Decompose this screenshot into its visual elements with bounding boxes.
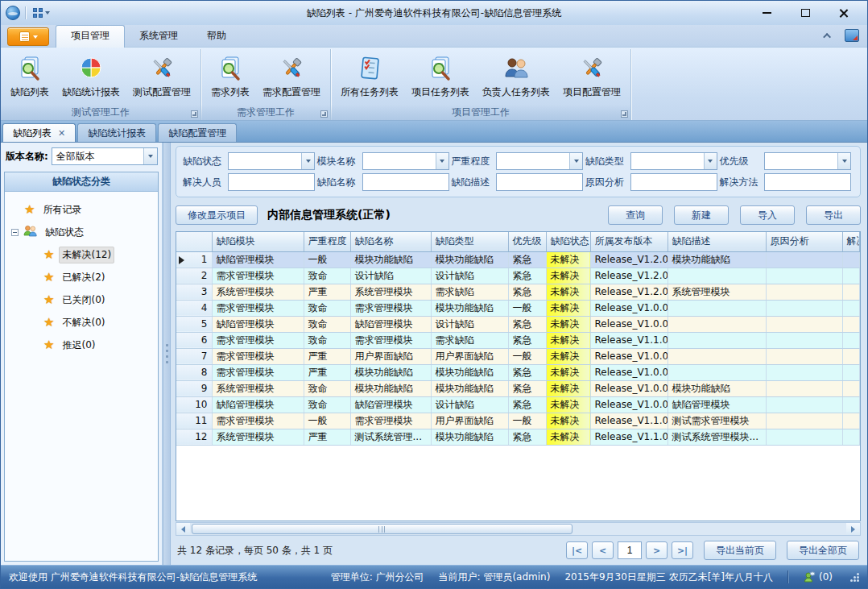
table-row[interactable]: 11需求管理模块一般需求管理模块用户界面缺陷一般未解决Release_V1.1.… <box>176 413 860 429</box>
cell-module[interactable]: 系统管理模块 <box>212 380 304 396</box>
dialog-launcher-icon[interactable] <box>191 110 198 118</box>
horizontal-scrollbar[interactable] <box>176 522 861 536</box>
cell-type[interactable]: 模块功能缺陷 <box>431 300 508 316</box>
cell-status[interactable]: 未解决 <box>546 332 590 348</box>
new-button[interactable]: 新建 <box>674 205 729 225</box>
cell-module[interactable]: 系统管理模块 <box>212 429 304 445</box>
column-header[interactable]: 缺陷模块 <box>212 232 304 251</box>
cell-status[interactable]: 未解决 <box>546 364 590 380</box>
cell-name[interactable]: 需求管理模块 <box>350 300 431 316</box>
table-row[interactable]: 12系统管理模块严重测试系统管理...模块功能缺陷紧急未解决Release_V1… <box>176 429 860 445</box>
cell-severity[interactable]: 严重 <box>304 364 350 380</box>
cell-severity[interactable]: 致命 <box>304 300 350 316</box>
cell-analysis[interactable] <box>766 268 842 284</box>
filter-select[interactable] <box>630 152 717 170</box>
row-number-cell[interactable]: 12 <box>176 429 212 445</box>
cell-solution[interactable] <box>842 429 860 445</box>
cell-name[interactable]: 用户界面缺陷 <box>350 348 431 364</box>
cell-analysis[interactable] <box>766 284 842 300</box>
cell-desc[interactable] <box>668 316 766 332</box>
cell-module[interactable]: 需求管理模块 <box>212 268 304 284</box>
table-row[interactable]: 3系统管理模块严重系统管理模块需求缺陷紧急未解决Release_V1.2.0系统… <box>176 284 860 300</box>
cell-name[interactable]: 需求管理模块 <box>350 332 431 348</box>
cell-severity[interactable]: 致命 <box>304 380 350 396</box>
cell-solution[interactable] <box>842 332 860 348</box>
filter-select[interactable] <box>764 152 851 170</box>
cell-desc[interactable] <box>668 268 766 284</box>
cell-release[interactable]: Release_V1.0.0 <box>590 300 668 316</box>
cell-analysis[interactable] <box>766 413 842 429</box>
combo-dropdown-button[interactable] <box>436 153 448 169</box>
scrollbar-track[interactable] <box>190 523 846 535</box>
row-number-cell[interactable]: 7 <box>176 348 212 364</box>
cell-release[interactable]: Release_V1.1.0 <box>590 332 668 348</box>
column-header[interactable]: 所属发布版本 <box>590 232 668 251</box>
cell-status[interactable]: 未解决 <box>546 380 590 396</box>
cell-release[interactable]: Release_V1.0.0 <box>590 316 668 332</box>
ribbon-tab-system[interactable]: 系统管理 <box>125 26 192 47</box>
cell-analysis[interactable] <box>766 348 842 364</box>
cell-solution[interactable] <box>842 364 860 380</box>
tree-item[interactable]: ★推迟(0) <box>8 334 155 356</box>
column-header[interactable]: 严重程度 <box>304 232 350 251</box>
cell-severity[interactable]: 严重 <box>304 429 350 445</box>
cell-severity[interactable]: 一般 <box>304 413 350 429</box>
row-number-cell[interactable]: 6 <box>176 332 212 348</box>
cell-name[interactable]: 缺陷管理模块 <box>350 396 431 413</box>
tree-item[interactable]: ★已解决(2) <box>8 266 155 288</box>
ribbon-button[interactable]: 需求列表 <box>205 51 256 105</box>
table-row[interactable]: 2需求管理模块致命设计缺陷设计缺陷紧急未解决Release_V1.2.0 <box>176 268 860 284</box>
cell-status[interactable]: 未解决 <box>546 284 590 300</box>
ribbon-button[interactable]: 缺陷统计报表 <box>56 51 126 105</box>
cell-analysis[interactable] <box>766 364 842 380</box>
quick-access-toolbar-button[interactable] <box>31 6 52 19</box>
row-number-cell[interactable]: 8 <box>176 364 212 380</box>
pager-next-button[interactable]: > <box>646 541 668 559</box>
cell-severity[interactable]: 致命 <box>304 268 350 284</box>
pager-first-button[interactable]: |< <box>566 541 588 559</box>
cell-name[interactable]: 需求管理模块 <box>350 413 431 429</box>
column-header[interactable]: 缺陷类型 <box>431 232 508 251</box>
cell-solution[interactable] <box>842 284 860 300</box>
cell-name[interactable]: 模块功能缺陷 <box>350 251 431 268</box>
doc-tab-defect-list[interactable]: 缺陷列表 ✕ <box>2 123 76 142</box>
version-select-button[interactable] <box>143 148 157 164</box>
column-header[interactable]: 缺陷名称 <box>350 232 431 251</box>
column-header[interactable]: 缺陷描述 <box>668 232 766 251</box>
cell-module[interactable]: 需求管理模块 <box>212 348 304 364</box>
doc-tab-defect-config[interactable]: 缺陷配置管理 <box>158 123 237 142</box>
cell-solution[interactable] <box>842 268 860 284</box>
cell-type[interactable]: 用户界面缺陷 <box>431 348 508 364</box>
cell-solution[interactable] <box>842 300 860 316</box>
version-select[interactable]: 全部版本 <box>52 147 158 165</box>
cell-priority[interactable]: 紧急 <box>508 396 546 413</box>
cell-analysis[interactable] <box>766 316 842 332</box>
cell-name[interactable]: 系统管理模块 <box>350 284 431 300</box>
combo-dropdown-button[interactable] <box>704 153 717 169</box>
cell-desc[interactable]: 测试系统管理模块... <box>668 429 766 445</box>
table-row[interactable]: 4需求管理模块致命需求管理模块模块功能缺陷一般未解决Release_V1.0.0 <box>176 300 860 316</box>
cell-analysis[interactable] <box>766 300 842 316</box>
cell-solution[interactable] <box>842 413 860 429</box>
cell-release[interactable]: Release_V1.2.0 <box>590 284 668 300</box>
cell-status[interactable]: 未解决 <box>546 268 590 284</box>
filter-select[interactable] <box>496 152 583 170</box>
cell-severity[interactable]: 致命 <box>304 332 350 348</box>
cell-desc[interactable]: 模块功能缺陷 <box>668 380 766 396</box>
row-number-cell[interactable]: 3 <box>176 284 212 300</box>
cell-type[interactable]: 设计缺陷 <box>431 316 508 332</box>
export-current-page-button[interactable]: 导出当前页 <box>704 541 776 560</box>
tree-item[interactable]: ★所有记录 <box>8 198 155 221</box>
cell-priority[interactable]: 紧急 <box>508 316 546 332</box>
filter-input[interactable] <box>630 173 717 191</box>
cell-module[interactable]: 需求管理模块 <box>212 364 304 380</box>
doc-tab-defect-report[interactable]: 缺陷统计报表 <box>77 123 156 142</box>
cell-priority[interactable]: 紧急 <box>508 268 546 284</box>
table-row[interactable]: 10缺陷管理模块致命缺陷管理模块设计缺陷紧急未解决Release_V1.0.0缺… <box>176 396 860 413</box>
cell-desc[interactable] <box>668 300 766 316</box>
cell-module[interactable]: 缺陷管理模块 <box>212 396 304 413</box>
tree-item[interactable]: ★不解决(0) <box>8 311 155 334</box>
cell-type[interactable]: 模块功能缺陷 <box>431 380 508 396</box>
table-row[interactable]: 7需求管理模块严重用户界面缺陷用户界面缺陷一般未解决Release_V1.0.0 <box>176 348 860 364</box>
message-indicator[interactable]: (0) <box>803 570 833 583</box>
